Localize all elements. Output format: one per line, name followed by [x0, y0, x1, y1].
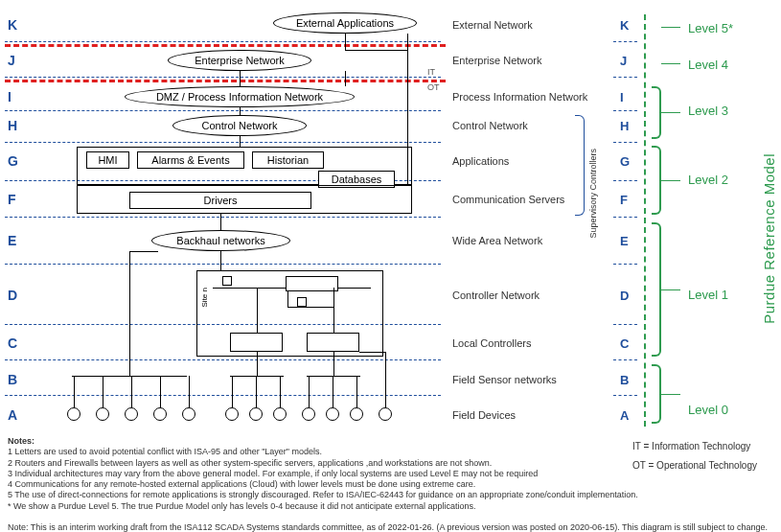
row-letter-r-A: A	[620, 408, 629, 423]
bus	[307, 376, 360, 377]
desc-G: Applications	[452, 155, 509, 167]
conn	[287, 291, 288, 307]
device-circle	[96, 407, 109, 421]
row-letter-r-E: E	[620, 234, 629, 248]
level-2: Level 2	[688, 173, 728, 187]
desc-K: External Network	[452, 19, 533, 31]
note-4: 4 Communications for any remote-hosted e…	[8, 479, 475, 489]
note-1: 1 Letters are used to avoid potential co…	[8, 447, 322, 456]
hline-r	[613, 324, 637, 325]
diagram-container: { "rows": { "K": { "desc": "External Net…	[0, 0, 781, 532]
conn	[240, 71, 241, 86]
desc-F: Communication Servers	[452, 194, 564, 205]
row-letter-r-H: H	[620, 119, 629, 133]
device-circle	[302, 407, 315, 421]
hline	[5, 359, 441, 360]
conn	[103, 376, 103, 407]
row-letter-r-C: C	[620, 336, 629, 351]
hline-r	[613, 110, 637, 111]
desc-D: Controller Network	[452, 289, 540, 301]
conn	[220, 251, 221, 270]
brace-supervisory	[575, 115, 585, 216]
brace-l0	[652, 364, 661, 424]
row-letter-F: F	[8, 192, 16, 207]
brace-l1	[652, 222, 661, 357]
conn	[345, 50, 407, 51]
ctrl-node	[222, 276, 232, 286]
row-letter-B: B	[8, 372, 17, 387]
conn	[160, 376, 161, 407]
box-drivers: Drivers	[129, 192, 311, 209]
desc-H: Control Network	[452, 120, 528, 131]
device-circle	[67, 407, 80, 421]
row-letter-r-K: K	[620, 18, 629, 33]
level-0: Level 0	[688, 403, 728, 417]
cloud-external: External Applications	[273, 12, 417, 34]
conn	[345, 34, 346, 50]
hline	[5, 77, 441, 78]
note-3: 3 Individual architectures may vary from…	[8, 469, 538, 478]
conn	[220, 214, 221, 230]
purdue-title: Purdue Reference Model	[761, 153, 777, 324]
hline-r	[613, 217, 637, 218]
level-1: Level 1	[688, 288, 728, 302]
conn-left	[129, 251, 130, 376]
device-circle	[182, 407, 195, 421]
row-letter-C: C	[8, 335, 17, 351]
row-letter-r-G: G	[620, 154, 630, 169]
notes-header: Notes:	[8, 436, 34, 446]
conn	[356, 376, 357, 407]
brace-l3	[652, 86, 661, 139]
conn	[359, 352, 385, 353]
hline-r	[613, 41, 637, 42]
row-letter-K: K	[8, 17, 17, 33]
desc-J: Enterprise Network	[452, 55, 542, 66]
hline	[5, 142, 441, 143]
box-historian: Historian	[252, 151, 324, 169]
brace-tick	[661, 180, 680, 181]
row-letter-r-B: B	[620, 373, 629, 387]
conn	[240, 136, 241, 147]
hline-r	[613, 395, 637, 396]
conn	[385, 352, 386, 407]
it-label: IT	[427, 67, 435, 77]
notes-block: Notes: 1 Letters are used to avoid poten…	[8, 436, 768, 532]
brace-tick	[661, 112, 680, 113]
brace-l5	[661, 27, 680, 28]
note-footer: Note: This is an interim working draft f…	[8, 522, 768, 532]
conn	[189, 376, 190, 407]
hline	[5, 41, 441, 42]
conn	[131, 376, 132, 407]
row-letter-H: H	[8, 118, 17, 133]
hline-r	[613, 142, 637, 143]
conn	[240, 107, 241, 115]
level-3: Level 3	[688, 104, 728, 118]
row-letter-A: A	[8, 407, 17, 423]
ot-label: OT	[427, 82, 440, 92]
bus	[230, 376, 284, 377]
redline-bot	[5, 80, 446, 82]
hline-r	[613, 180, 637, 181]
note-star: * We show a Purdue Level 5. The true Pur…	[8, 501, 475, 511]
row-letter-r-J: J	[620, 54, 627, 68]
conn	[309, 376, 310, 407]
device-circle	[350, 407, 363, 421]
supervisory-label: Supervisory Controllers	[588, 149, 598, 239]
hline	[5, 110, 441, 111]
cloud-enterprise: Enterprise Network	[168, 50, 311, 71]
green-divider	[644, 14, 646, 427]
conn	[257, 352, 258, 376]
redline-top	[5, 44, 446, 47]
note-5: 5 The use of direct-connections for remo…	[8, 490, 638, 499]
brace-tick	[661, 289, 680, 290]
conn	[333, 376, 333, 407]
brace-l4	[661, 63, 680, 64]
box-hmi: HMI	[86, 151, 129, 169]
row-letter-r-F: F	[620, 193, 628, 207]
row-letter-r-I: I	[620, 90, 624, 104]
row-letter-D: D	[8, 288, 17, 303]
hline-r	[613, 359, 637, 360]
desc-B: Field Sensor networks	[452, 374, 557, 385]
desc-C: Local Controllers	[452, 337, 532, 349]
desc-E: Wide Area Network	[452, 235, 542, 246]
